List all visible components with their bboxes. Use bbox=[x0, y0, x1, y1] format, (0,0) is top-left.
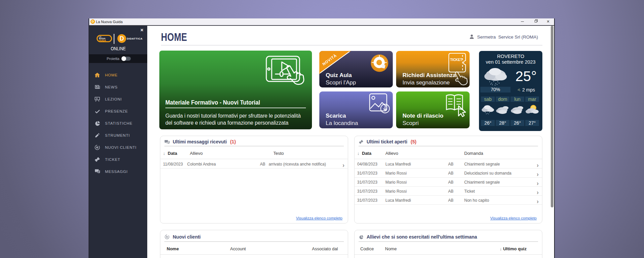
svg-text:TICKET: TICKET bbox=[450, 58, 462, 62]
